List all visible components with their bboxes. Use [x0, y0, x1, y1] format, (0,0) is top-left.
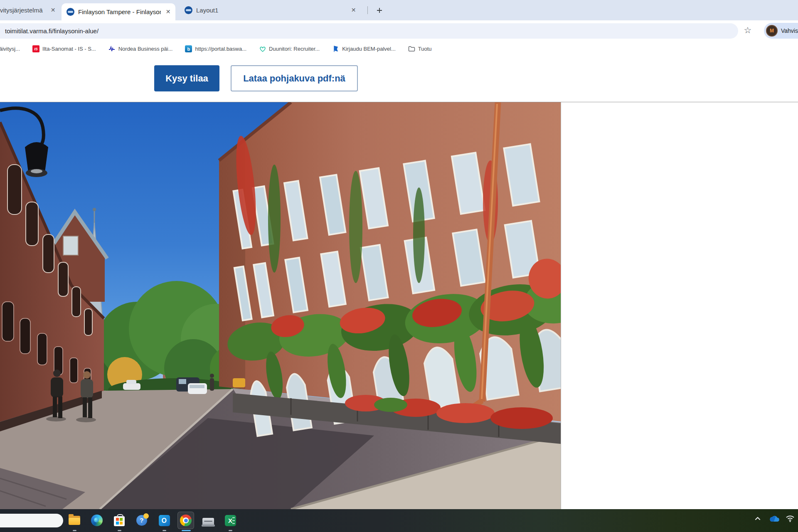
new-tab-button[interactable]	[373, 4, 386, 17]
scanner-button[interactable]	[200, 512, 217, 529]
bookmark-label: Ilta-Sanomat - IS - S...	[42, 46, 96, 52]
microsoft-store-icon	[114, 516, 125, 526]
bookmarks-bar: päivitysj... IS Ilta-Sanomat - IS - S...…	[0, 42, 798, 56]
edge-icon	[91, 515, 103, 526]
avatar: M	[766, 25, 778, 37]
ilta-sanomat-icon: IS	[32, 45, 39, 52]
get-help-icon: ?	[136, 515, 147, 526]
street-scene-illustration	[0, 102, 561, 509]
bookmark-bem[interactable]: Kirjaudu BEM-palvel...	[332, 45, 396, 52]
wifi-tray-button[interactable]	[786, 515, 795, 522]
duunitori-heart-icon	[259, 45, 266, 52]
bookmark-folder-tuotu[interactable]: Tuotu	[408, 45, 432, 52]
bookmark-ilta-sanomat[interactable]: IS Ilta-Sanomat - IS - S...	[32, 45, 96, 52]
taskbar-search-box[interactable]	[0, 514, 63, 527]
tab-layout1[interactable]: Layout1 ✕	[179, 0, 362, 20]
bem-flag-icon	[332, 45, 339, 52]
tab-title: vitysjärjestelmä	[0, 7, 46, 14]
nordea-pulse-icon	[108, 45, 116, 52]
chrome-icon	[180, 515, 192, 526]
kysy-tilaa-button[interactable]: Kysy tilaa	[154, 65, 219, 91]
tab-close-icon[interactable]: ✕	[49, 6, 57, 14]
tab-paivitysjarjestelma[interactable]: vitysjärjestelmä ✕	[0, 0, 62, 20]
onedrive-tray-button[interactable]	[769, 515, 780, 522]
bookmark-label: Nordea Business päi...	[118, 46, 173, 52]
edge-button[interactable]	[89, 512, 105, 529]
tab-title: Finlayson Tampere - Finlaysonin	[78, 8, 161, 15]
layout-favicon-icon	[185, 6, 192, 14]
wifi-icon	[786, 515, 795, 522]
chrome-button[interactable]	[177, 512, 194, 529]
tab-strip: vitysjärjestelmä ✕ Finlayson Tampere - F…	[0, 0, 798, 20]
bookmark-label: Duunitori: Recruiter...	[269, 46, 320, 52]
profile-chip[interactable]: M Vahvist	[764, 23, 798, 39]
active-app-indicator	[182, 530, 191, 531]
page-header: Kysy tilaa Lataa pohjakuva pdf:nä	[0, 56, 798, 102]
folder-icon	[408, 45, 415, 52]
microsoft-store-button[interactable]	[111, 512, 128, 529]
tab-finlayson-active[interactable]: Finlayson Tampere - Finlaysonin ✕	[62, 3, 175, 20]
tab-title: Layout1	[196, 7, 346, 14]
tab-divider	[367, 6, 368, 14]
chevron-up-icon	[754, 515, 761, 522]
scanner-icon	[202, 518, 214, 525]
bookmark-label: https://portal.baswa...	[195, 46, 246, 52]
bookmark-basware[interactable]: b https://portal.baswa...	[185, 45, 246, 52]
running-indicator	[163, 530, 166, 531]
page-background	[562, 102, 798, 509]
browser-toolbar: toimitilat.varma.fi/finlaysonin-alue/ ☆ …	[0, 20, 798, 42]
tab-close-icon[interactable]: ✕	[350, 6, 357, 14]
url-text: toimitilat.varma.fi/finlaysonin-alue/	[5, 27, 99, 34]
lataa-pohjakuva-button[interactable]: Lataa pohjakuva pdf:nä	[231, 65, 358, 91]
varma-favicon-icon	[66, 8, 74, 16]
tab-close-icon[interactable]: ✕	[164, 8, 172, 16]
running-indicator	[229, 530, 232, 531]
excel-icon: X	[225, 515, 236, 526]
excel-button[interactable]: X	[222, 512, 239, 529]
file-explorer-button[interactable]	[66, 512, 83, 529]
bookmark-star-icon[interactable]: ☆	[742, 24, 753, 36]
bookmark-label: Kirjaudu BEM-palvel...	[342, 46, 396, 52]
bookmark-duunitori[interactable]: Duunitori: Recruiter...	[259, 45, 320, 52]
outlook-icon: O	[159, 515, 170, 526]
file-explorer-icon	[69, 516, 80, 525]
bookmark-nordea[interactable]: Nordea Business päi...	[108, 45, 173, 52]
address-bar[interactable]: toimitilat.varma.fi/finlaysonin-alue/	[0, 23, 738, 39]
running-indicator	[118, 530, 121, 531]
windows-taskbar: ? O X	[0, 509, 798, 532]
outlook-button[interactable]: O	[156, 512, 172, 529]
profile-label: Vahvist	[781, 27, 798, 34]
plus-icon	[377, 7, 382, 13]
running-indicator	[73, 530, 76, 531]
get-help-button[interactable]: ?	[133, 512, 150, 529]
basware-icon: b	[185, 45, 192, 52]
tray-chevron-button[interactable]	[754, 515, 761, 522]
bookmark-label: Tuotu	[418, 46, 432, 52]
bookmark-label: päivitysj...	[0, 46, 20, 52]
onedrive-cloud-icon	[769, 515, 780, 522]
hero-photo	[0, 102, 561, 509]
bookmark-paivitys[interactable]: päivitysj...	[0, 46, 20, 52]
